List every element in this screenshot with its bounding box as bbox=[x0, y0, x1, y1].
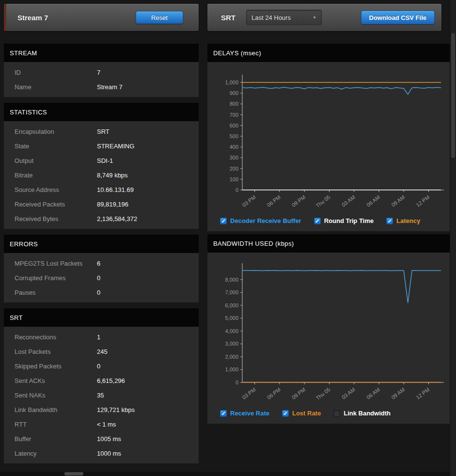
svg-text:09 AM: 09 AM bbox=[390, 194, 406, 208]
stat-row: Lost Packets 245 bbox=[4, 344, 199, 359]
section-body-stream: ID 7 Name Stream 7 bbox=[4, 62, 199, 97]
svg-text:1,000: 1,000 bbox=[225, 79, 238, 85]
svg-text:06 PM: 06 PM bbox=[266, 386, 282, 400]
stat-value: 35 bbox=[97, 392, 104, 399]
stat-row: RTT < 1 ms bbox=[4, 417, 199, 431]
svg-text:1,000: 1,000 bbox=[225, 366, 238, 372]
stat-value: 8,749 kbps bbox=[97, 172, 128, 179]
section-body-statistics: Encapsulation SRT State STREAMING Output… bbox=[4, 121, 199, 229]
legend-item-decoder-receive-buffer[interactable]: ✓Decoder Receive Buffer bbox=[220, 217, 301, 224]
svg-text:Thu 05: Thu 05 bbox=[314, 386, 331, 401]
stat-label: Encapsulation bbox=[15, 128, 97, 135]
stat-value: 7 bbox=[97, 69, 100, 76]
download-csv-button[interactable]: Download CSV File bbox=[361, 11, 435, 24]
reset-button[interactable]: Reset bbox=[136, 11, 183, 24]
stat-label: Sent NAKs bbox=[15, 392, 97, 399]
section-errors: ERRORS MPEG2TS Lost Packets 6 Corrupted … bbox=[4, 235, 199, 302]
stat-row: Corrupted Frames 0 bbox=[4, 270, 199, 285]
svg-text:100: 100 bbox=[230, 176, 238, 182]
stat-value: SDI-1 bbox=[97, 157, 113, 164]
horizontal-scrollbar-thumb[interactable] bbox=[64, 472, 83, 476]
checkbox-lost-rate[interactable]: ✓ bbox=[282, 410, 289, 417]
stat-value: 1 bbox=[97, 333, 100, 341]
bandwidth-chart-section: BANDWIDTH USED (kbps) 01,0002,0003,0004,… bbox=[207, 234, 450, 424]
svg-text:09 PM: 09 PM bbox=[291, 386, 306, 400]
delays-chart-panel: 01002003004005006007008009001,00003 PM06… bbox=[207, 62, 450, 231]
bandwidth-chart-title: BANDWIDTH USED (kbps) bbox=[213, 240, 294, 247]
section-title: SRT bbox=[10, 314, 23, 321]
stat-value: STREAMING bbox=[97, 143, 134, 150]
horizontal-scrollbar[interactable] bbox=[0, 472, 450, 476]
svg-text:6,000: 6,000 bbox=[225, 302, 238, 308]
stat-value: 6,615,296 bbox=[97, 377, 125, 384]
svg-text:12 PM: 12 PM bbox=[415, 386, 430, 400]
stat-row: Link Bandwidth 129,721 kbps bbox=[4, 402, 199, 417]
svg-text:12 PM: 12 PM bbox=[415, 194, 430, 208]
stat-value: 10.66.131.69 bbox=[97, 186, 134, 193]
legend-item-round-trip-time[interactable]: ✓Round Trip Time bbox=[314, 217, 374, 224]
stream-titlebar: Stream 7 Reset bbox=[4, 4, 199, 31]
legend-label: Round Trip Time bbox=[324, 217, 374, 224]
svg-text:03 PM: 03 PM bbox=[241, 386, 256, 400]
stat-label: Bitrate bbox=[15, 172, 97, 179]
svg-text:06 AM: 06 AM bbox=[365, 386, 381, 400]
stat-value: 1005 ms bbox=[97, 435, 121, 443]
stat-row: Reconnections 1 bbox=[4, 330, 199, 344]
section-stream: STREAM ID 7 Name Stream 7 bbox=[4, 44, 199, 97]
stream-title: Stream 7 bbox=[17, 14, 48, 22]
bandwidth-chart-panel: 01,0002,0003,0004,0005,0006,0007,0008,00… bbox=[207, 253, 450, 424]
vertical-scrollbar-thumb[interactable] bbox=[451, 33, 455, 158]
checkbox-round-trip-time[interactable]: ✓ bbox=[314, 218, 321, 224]
legend-label: Latency bbox=[396, 217, 420, 224]
svg-text:800: 800 bbox=[230, 101, 238, 107]
delays-chart: 01002003004005006007008009001,00003 PM06… bbox=[211, 68, 447, 216]
stat-row: Received Bytes 2,136,584,372 bbox=[4, 211, 199, 226]
vertical-scrollbar[interactable] bbox=[450, 0, 456, 476]
stat-label: Output bbox=[15, 157, 97, 164]
stat-label: Name bbox=[15, 83, 97, 91]
legend-item-lost-rate[interactable]: ✓Lost Rate bbox=[282, 410, 321, 417]
svg-text:0: 0 bbox=[236, 187, 238, 193]
svg-text:09 PM: 09 PM bbox=[291, 194, 306, 208]
stat-label: MPEG2TS Lost Packets bbox=[15, 260, 97, 267]
section-statistics: STATISTICS Encapsulation SRT State STREA… bbox=[4, 103, 199, 229]
stat-value: 0 bbox=[97, 274, 100, 282]
checkbox-decoder-receive-buffer[interactable]: ✓ bbox=[220, 218, 227, 224]
stat-row: ID 7 bbox=[4, 65, 199, 79]
svg-text:4,000: 4,000 bbox=[225, 328, 238, 334]
stat-label: Received Packets bbox=[15, 201, 97, 208]
checkbox-latency[interactable]: ✓ bbox=[386, 218, 393, 224]
svg-text:300: 300 bbox=[230, 155, 238, 160]
stat-value: 2,136,584,372 bbox=[97, 215, 137, 222]
legend-item-receive-rate[interactable]: ✓Receive Rate bbox=[220, 410, 269, 417]
stat-value: 1000 ms bbox=[97, 450, 121, 457]
stat-row: Source Address 10.66.131.69 bbox=[4, 182, 199, 197]
stat-value: < 1 ms bbox=[97, 421, 116, 428]
stat-row: State STREAMING bbox=[4, 139, 199, 153]
time-range-dropdown[interactable]: Last 24 Hours ▼ bbox=[246, 10, 322, 25]
stat-label: Latency bbox=[15, 450, 97, 457]
stat-label: Sent ACKs bbox=[15, 377, 97, 384]
stat-label: Skipped Packets bbox=[15, 363, 97, 370]
srt-title: SRT bbox=[221, 14, 236, 22]
stat-value: 0 bbox=[97, 289, 100, 296]
stat-label: Corrupted Frames bbox=[15, 274, 97, 282]
svg-text:900: 900 bbox=[230, 90, 238, 96]
svg-text:200: 200 bbox=[230, 166, 238, 172]
section-header-bandwidth: BANDWIDTH USED (kbps) bbox=[207, 234, 450, 253]
legend-item-latency[interactable]: ✓Latency bbox=[386, 217, 420, 224]
delays-legend: ✓Decoder Receive Buffer✓Round Trip Time✓… bbox=[211, 216, 447, 228]
svg-text:03 AM: 03 AM bbox=[341, 386, 356, 400]
svg-text:600: 600 bbox=[230, 123, 238, 128]
stat-row: Buffer 1005 ms bbox=[4, 431, 199, 446]
section-body-srt: Reconnections 1 Lost Packets 245 Skipped… bbox=[4, 327, 199, 463]
svg-text:8,000: 8,000 bbox=[225, 277, 238, 283]
legend-item-link-bandwidth[interactable]: Link Bandwidth bbox=[333, 410, 391, 417]
stat-value: 129,721 kbps bbox=[97, 406, 135, 413]
checkbox-link-bandwidth[interactable] bbox=[333, 410, 340, 417]
checkbox-receive-rate[interactable]: ✓ bbox=[220, 410, 227, 417]
section-title: STATISTICS bbox=[10, 109, 47, 116]
section-header-statistics: STATISTICS bbox=[4, 103, 199, 121]
chevron-down-icon: ▼ bbox=[313, 16, 316, 20]
section-title: ERRORS bbox=[10, 240, 38, 248]
